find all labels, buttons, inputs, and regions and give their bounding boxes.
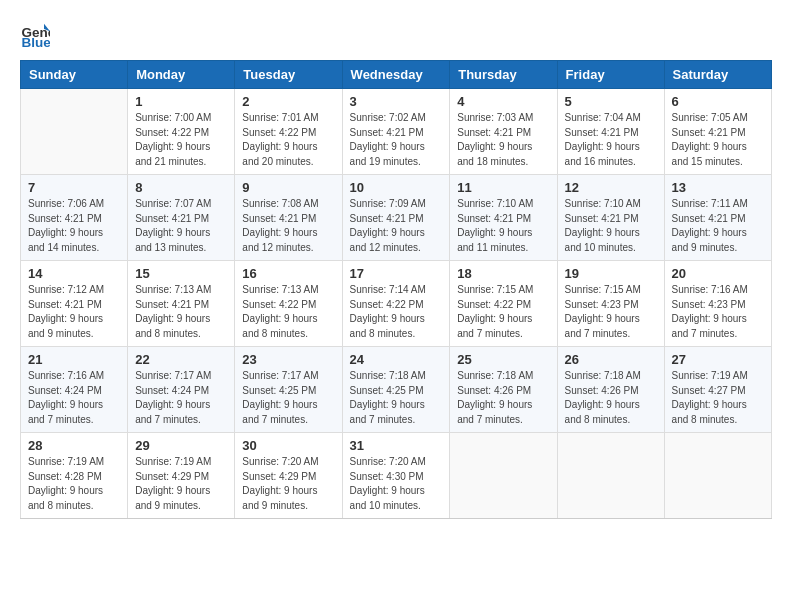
calendar-cell: 24Sunrise: 7:18 AMSunset: 4:25 PMDayligh… — [342, 347, 450, 433]
day-info: Sunrise: 7:07 AMSunset: 4:21 PMDaylight:… — [135, 197, 227, 255]
calendar-cell: 19Sunrise: 7:15 AMSunset: 4:23 PMDayligh… — [557, 261, 664, 347]
day-info: Sunrise: 7:15 AMSunset: 4:22 PMDaylight:… — [457, 283, 549, 341]
day-info: Sunrise: 7:15 AMSunset: 4:23 PMDaylight:… — [565, 283, 657, 341]
calendar-week-row: 7Sunrise: 7:06 AMSunset: 4:21 PMDaylight… — [21, 175, 772, 261]
calendar-cell: 31Sunrise: 7:20 AMSunset: 4:30 PMDayligh… — [342, 433, 450, 519]
calendar-cell: 17Sunrise: 7:14 AMSunset: 4:22 PMDayligh… — [342, 261, 450, 347]
day-info: Sunrise: 7:16 AMSunset: 4:24 PMDaylight:… — [28, 369, 120, 427]
day-number: 5 — [565, 94, 657, 109]
day-number: 20 — [672, 266, 764, 281]
day-info: Sunrise: 7:12 AMSunset: 4:21 PMDaylight:… — [28, 283, 120, 341]
calendar-cell: 6Sunrise: 7:05 AMSunset: 4:21 PMDaylight… — [664, 89, 771, 175]
day-info: Sunrise: 7:06 AMSunset: 4:21 PMDaylight:… — [28, 197, 120, 255]
day-number: 11 — [457, 180, 549, 195]
calendar-table: SundayMondayTuesdayWednesdayThursdayFrid… — [20, 60, 772, 519]
calendar-cell — [664, 433, 771, 519]
weekday-header: Monday — [128, 61, 235, 89]
day-number: 31 — [350, 438, 443, 453]
calendar-cell: 2Sunrise: 7:01 AMSunset: 4:22 PMDaylight… — [235, 89, 342, 175]
calendar-cell — [557, 433, 664, 519]
day-info: Sunrise: 7:10 AMSunset: 4:21 PMDaylight:… — [565, 197, 657, 255]
day-info: Sunrise: 7:18 AMSunset: 4:26 PMDaylight:… — [457, 369, 549, 427]
day-number: 9 — [242, 180, 334, 195]
calendar-cell — [21, 89, 128, 175]
calendar-cell: 23Sunrise: 7:17 AMSunset: 4:25 PMDayligh… — [235, 347, 342, 433]
day-info: Sunrise: 7:11 AMSunset: 4:21 PMDaylight:… — [672, 197, 764, 255]
calendar-cell: 5Sunrise: 7:04 AMSunset: 4:21 PMDaylight… — [557, 89, 664, 175]
day-number: 13 — [672, 180, 764, 195]
day-number: 8 — [135, 180, 227, 195]
calendar-week-row: 1Sunrise: 7:00 AMSunset: 4:22 PMDaylight… — [21, 89, 772, 175]
day-number: 19 — [565, 266, 657, 281]
logo: General Blue — [20, 20, 54, 50]
day-number: 26 — [565, 352, 657, 367]
day-number: 14 — [28, 266, 120, 281]
calendar-cell: 4Sunrise: 7:03 AMSunset: 4:21 PMDaylight… — [450, 89, 557, 175]
day-info: Sunrise: 7:17 AMSunset: 4:25 PMDaylight:… — [242, 369, 334, 427]
day-number: 28 — [28, 438, 120, 453]
calendar-cell: 14Sunrise: 7:12 AMSunset: 4:21 PMDayligh… — [21, 261, 128, 347]
calendar-cell: 8Sunrise: 7:07 AMSunset: 4:21 PMDaylight… — [128, 175, 235, 261]
day-info: Sunrise: 7:08 AMSunset: 4:21 PMDaylight:… — [242, 197, 334, 255]
day-info: Sunrise: 7:18 AMSunset: 4:26 PMDaylight:… — [565, 369, 657, 427]
weekday-header: Sunday — [21, 61, 128, 89]
day-info: Sunrise: 7:05 AMSunset: 4:21 PMDaylight:… — [672, 111, 764, 169]
day-info: Sunrise: 7:19 AMSunset: 4:29 PMDaylight:… — [135, 455, 227, 513]
day-number: 21 — [28, 352, 120, 367]
day-info: Sunrise: 7:13 AMSunset: 4:21 PMDaylight:… — [135, 283, 227, 341]
calendar-cell: 22Sunrise: 7:17 AMSunset: 4:24 PMDayligh… — [128, 347, 235, 433]
calendar-cell: 1Sunrise: 7:00 AMSunset: 4:22 PMDaylight… — [128, 89, 235, 175]
day-number: 17 — [350, 266, 443, 281]
calendar-cell: 25Sunrise: 7:18 AMSunset: 4:26 PMDayligh… — [450, 347, 557, 433]
day-number: 24 — [350, 352, 443, 367]
day-info: Sunrise: 7:02 AMSunset: 4:21 PMDaylight:… — [350, 111, 443, 169]
day-number: 2 — [242, 94, 334, 109]
day-number: 27 — [672, 352, 764, 367]
calendar-week-row: 28Sunrise: 7:19 AMSunset: 4:28 PMDayligh… — [21, 433, 772, 519]
day-info: Sunrise: 7:00 AMSunset: 4:22 PMDaylight:… — [135, 111, 227, 169]
day-number: 12 — [565, 180, 657, 195]
day-info: Sunrise: 7:19 AMSunset: 4:27 PMDaylight:… — [672, 369, 764, 427]
day-info: Sunrise: 7:13 AMSunset: 4:22 PMDaylight:… — [242, 283, 334, 341]
day-info: Sunrise: 7:20 AMSunset: 4:29 PMDaylight:… — [242, 455, 334, 513]
logo-icon: General Blue — [20, 20, 50, 50]
day-number: 30 — [242, 438, 334, 453]
calendar-cell: 20Sunrise: 7:16 AMSunset: 4:23 PMDayligh… — [664, 261, 771, 347]
calendar-cell: 11Sunrise: 7:10 AMSunset: 4:21 PMDayligh… — [450, 175, 557, 261]
calendar-header-row: SundayMondayTuesdayWednesdayThursdayFrid… — [21, 61, 772, 89]
day-info: Sunrise: 7:09 AMSunset: 4:21 PMDaylight:… — [350, 197, 443, 255]
day-number: 1 — [135, 94, 227, 109]
day-info: Sunrise: 7:14 AMSunset: 4:22 PMDaylight:… — [350, 283, 443, 341]
day-info: Sunrise: 7:10 AMSunset: 4:21 PMDaylight:… — [457, 197, 549, 255]
calendar-week-row: 14Sunrise: 7:12 AMSunset: 4:21 PMDayligh… — [21, 261, 772, 347]
day-number: 15 — [135, 266, 227, 281]
calendar-cell: 27Sunrise: 7:19 AMSunset: 4:27 PMDayligh… — [664, 347, 771, 433]
svg-text:Blue: Blue — [22, 35, 51, 50]
weekday-header: Friday — [557, 61, 664, 89]
calendar-cell: 10Sunrise: 7:09 AMSunset: 4:21 PMDayligh… — [342, 175, 450, 261]
calendar-cell: 16Sunrise: 7:13 AMSunset: 4:22 PMDayligh… — [235, 261, 342, 347]
day-number: 18 — [457, 266, 549, 281]
calendar-cell: 13Sunrise: 7:11 AMSunset: 4:21 PMDayligh… — [664, 175, 771, 261]
calendar-cell: 21Sunrise: 7:16 AMSunset: 4:24 PMDayligh… — [21, 347, 128, 433]
day-number: 16 — [242, 266, 334, 281]
calendar-cell — [450, 433, 557, 519]
day-info: Sunrise: 7:03 AMSunset: 4:21 PMDaylight:… — [457, 111, 549, 169]
weekday-header: Thursday — [450, 61, 557, 89]
day-number: 23 — [242, 352, 334, 367]
calendar-cell: 29Sunrise: 7:19 AMSunset: 4:29 PMDayligh… — [128, 433, 235, 519]
day-info: Sunrise: 7:18 AMSunset: 4:25 PMDaylight:… — [350, 369, 443, 427]
day-number: 7 — [28, 180, 120, 195]
day-number: 4 — [457, 94, 549, 109]
page-header: General Blue — [20, 20, 772, 50]
weekday-header: Tuesday — [235, 61, 342, 89]
weekday-header: Wednesday — [342, 61, 450, 89]
calendar-cell: 7Sunrise: 7:06 AMSunset: 4:21 PMDaylight… — [21, 175, 128, 261]
day-number: 22 — [135, 352, 227, 367]
day-info: Sunrise: 7:17 AMSunset: 4:24 PMDaylight:… — [135, 369, 227, 427]
day-info: Sunrise: 7:19 AMSunset: 4:28 PMDaylight:… — [28, 455, 120, 513]
day-number: 3 — [350, 94, 443, 109]
calendar-cell: 12Sunrise: 7:10 AMSunset: 4:21 PMDayligh… — [557, 175, 664, 261]
day-number: 10 — [350, 180, 443, 195]
day-number: 29 — [135, 438, 227, 453]
